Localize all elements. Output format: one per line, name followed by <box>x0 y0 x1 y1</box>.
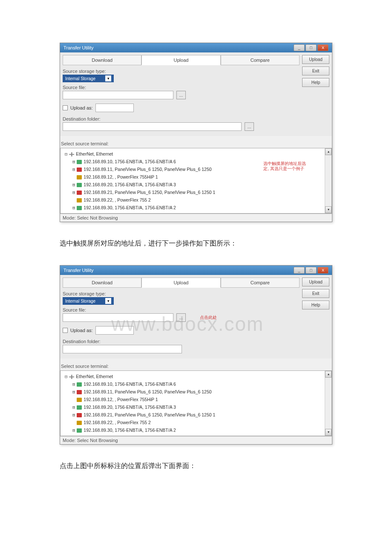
source-storage-dropdown[interactable]: Internal Storage ▾ <box>63 297 114 305</box>
close-button[interactable]: X <box>317 44 329 51</box>
dropdown-value: Internal Storage <box>65 299 95 304</box>
tree-root[interactable]: ⊟EtherNet, Ethernet <box>63 150 329 158</box>
annotation-text: 点击此处 <box>200 315 217 320</box>
device-icon <box>77 405 82 410</box>
terminal-section: Select source terminal: ⊟EtherNet, Ether… <box>60 141 332 214</box>
scroll-up-icon[interactable]: ▴ <box>325 371 331 378</box>
right-panel: Upload Exit Help <box>302 278 329 356</box>
select-terminal-label: Select source terminal: <box>61 141 331 146</box>
tree-node[interactable]: 192.168.89.22, , PowerFlex 755 2 <box>63 196 329 204</box>
scroll-up-icon[interactable]: ▴ <box>325 148 331 155</box>
drive-icon <box>77 198 82 202</box>
tree-node[interactable]: ⊞192.168.89.30, 1756-ENBT/A, 1756-ENBT/A… <box>63 204 329 211</box>
minimize-button[interactable]: _ <box>294 44 305 51</box>
tree-node[interactable]: 192.168.89.22, , PowerFlex 755 2 <box>63 419 329 426</box>
source-file-row: Source file: ... 点击此处 <box>63 307 300 322</box>
tab-download[interactable]: Download <box>63 278 141 288</box>
window-title: Transfer Utility <box>63 45 94 50</box>
scroll-down-icon[interactable]: ▾ <box>325 429 331 436</box>
status-bar: Mode: Selec Not Browsing <box>60 436 332 444</box>
destination-folder-input[interactable] <box>63 122 242 131</box>
upload-button[interactable]: Upload <box>302 55 329 64</box>
scrollbar[interactable]: ▴ ▾ <box>325 371 331 436</box>
source-file-input[interactable] <box>63 313 173 322</box>
destination-folder-input[interactable] <box>63 345 182 353</box>
upload-as-checkbox[interactable] <box>63 105 68 110</box>
maximize-button[interactable]: □ <box>306 44 317 51</box>
upload-button[interactable]: Upload <box>302 278 329 286</box>
tab-compare[interactable]: Compare <box>221 55 300 65</box>
upload-as-row: Upload as: <box>63 326 300 335</box>
help-button[interactable]: Help <box>302 78 329 87</box>
drive-icon <box>77 398 82 402</box>
device-icon <box>77 206 82 210</box>
exit-button[interactable]: Exit <box>302 66 329 75</box>
help-button[interactable]: Help <box>302 301 329 309</box>
tab-upload[interactable]: Upload <box>141 55 220 65</box>
source-storage-label: Source storage type: <box>63 291 300 296</box>
destination-browse-button[interactable]: ... <box>245 122 254 131</box>
maximize-button[interactable]: □ <box>306 267 317 274</box>
select-terminal-label: Select source terminal: <box>61 364 331 369</box>
network-icon <box>69 375 74 379</box>
source-storage-dropdown[interactable]: Internal Storage ▾ <box>63 75 114 82</box>
tab-compare[interactable]: Compare <box>221 278 300 288</box>
status-bar: Mode: Selec Not Browsing <box>60 214 332 222</box>
upload-as-input[interactable] <box>95 104 134 112</box>
drive-icon <box>77 175 82 179</box>
tree-node[interactable]: ⊞192.168.89.30, 1756-ENBT/A, 1756-ENBT/A… <box>63 426 329 434</box>
drive-icon <box>77 421 82 425</box>
source-storage-row: Source storage type: Internal Storage ▾ <box>63 69 300 82</box>
tree-node[interactable]: 192.168.89.12, , PowerFlex 755HiP 1 <box>63 173 329 181</box>
upload-as-label: Upload as: <box>70 105 93 110</box>
tab-download[interactable]: Download <box>63 55 141 65</box>
scroll-down-icon[interactable]: ▾ <box>325 206 331 213</box>
transfer-utility-window-2: www.bdocx.com Transfer Utility _ □ X Dow… <box>60 265 332 445</box>
tree-node[interactable]: ⊞192.168.89.21, PanelView Plus_6 1250, P… <box>63 188 329 196</box>
title-bar[interactable]: Transfer Utility _ □ X <box>60 266 332 275</box>
browse-button[interactable]: ... <box>176 313 186 322</box>
hmi-icon <box>77 191 82 195</box>
destination-folder-row: Destination folder: <box>63 339 300 353</box>
tree-node[interactable]: 192.168.89.12, , PowerFlex 755HiP 1 <box>63 396 329 403</box>
destination-folder-row: Destination folder: ... <box>63 116 300 131</box>
window-title: Transfer Utility <box>63 268 94 273</box>
upload-as-checkbox[interactable] <box>63 328 68 333</box>
upload-as-row: Upload as: <box>63 104 300 112</box>
tree-node[interactable]: ⊞192.168.89.10, 1756-ENBT/A, 1756-ENBT/A… <box>63 380 329 388</box>
device-icon <box>77 183 82 187</box>
hmi-icon <box>77 390 82 394</box>
terminal-tree[interactable]: ⊟EtherNet, Ethernet ⊞192.168.89.10, 1756… <box>60 148 332 214</box>
exit-button[interactable]: Exit <box>302 289 329 298</box>
tree-node[interactable]: ⊞192.168.89.20, 1756-ENBT/A, 1756-ENBT/A… <box>63 181 329 188</box>
transfer-utility-window-1: Transfer Utility _ □ X Download Upload C… <box>60 43 332 222</box>
tree-root[interactable]: ⊟EtherNet, Ethernet <box>63 373 329 380</box>
close-button[interactable]: X <box>317 267 329 274</box>
minimize-button[interactable]: _ <box>294 267 305 274</box>
annotation-text: 选中触摸屏的地址后选 定, 其选只是一个例子 <box>263 161 306 171</box>
hmi-icon <box>77 168 82 172</box>
source-storage-row: Source storage type: Internal Storage ▾ <box>63 291 300 305</box>
destination-folder-label: Destination folder: <box>63 116 300 121</box>
terminal-tree[interactable]: ⊟EtherNet, Ethernet ⊞192.168.89.10, 1756… <box>60 370 332 436</box>
terminal-section: Select source terminal: ⊟EtherNet, Ether… <box>60 364 332 436</box>
tree-node[interactable]: ⊞192.168.89.11, PanelView Plus_6 1250, P… <box>63 388 329 396</box>
browse-button[interactable]: ... <box>176 91 186 99</box>
right-panel: Upload Exit Help <box>302 55 329 133</box>
caption-2: 点击上图中所标标注的位置后弹出下面界面： <box>60 462 332 471</box>
title-bar[interactable]: Transfer Utility _ □ X <box>60 43 332 52</box>
network-icon <box>69 152 74 156</box>
source-file-label: Source file: <box>63 85 300 90</box>
source-storage-label: Source storage type: <box>63 69 300 74</box>
upload-as-input[interactable] <box>95 326 134 335</box>
tab-upload[interactable]: Upload <box>141 278 220 288</box>
device-icon <box>77 160 82 164</box>
source-file-label: Source file: <box>63 307 300 312</box>
tree-node[interactable]: ⊞192.168.89.20, 1756-ENBT/A, 1756-ENBT/A… <box>63 403 329 411</box>
tree-node[interactable]: ⊞192.168.89.21, PanelView Plus_6 1250, P… <box>63 411 329 419</box>
source-file-input[interactable] <box>63 91 173 99</box>
left-panel: Download Upload Compare Source storage t… <box>63 55 300 133</box>
hmi-icon <box>77 413 82 417</box>
source-file-row: Source file: ... <box>63 85 300 99</box>
scrollbar[interactable]: ▴ ▾ <box>325 148 331 213</box>
